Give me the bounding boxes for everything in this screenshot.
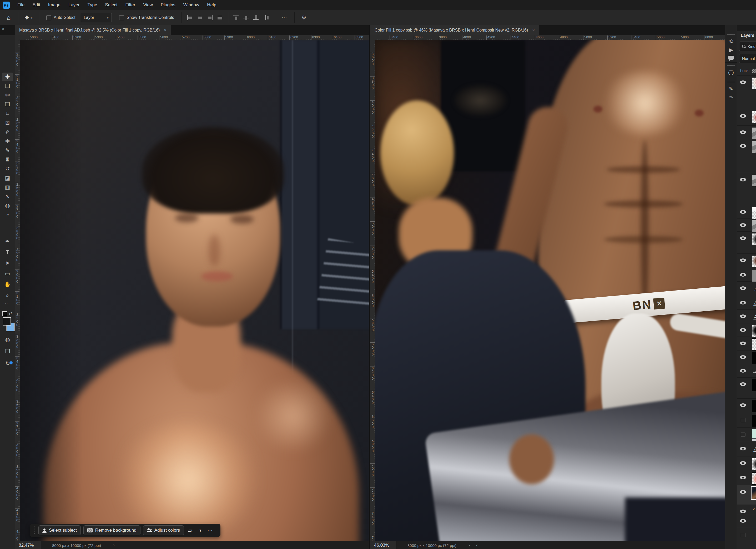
levels-adjustment-icon[interactable]: ◬	[753, 300, 756, 306]
edit-toolbar-icon[interactable]: ⋯	[3, 300, 8, 306]
menu-edit[interactable]: Edit	[28, 0, 44, 10]
layer-row[interactable]	[737, 364, 756, 377]
visibility-cell[interactable]	[737, 323, 749, 336]
layer-thumbnail[interactable]	[752, 207, 756, 219]
layer-row[interactable]: ☼	[737, 281, 756, 296]
auto-select-target-dropdown[interactable]: Layer ∨	[81, 13, 112, 22]
clone-stamp-tool-icon[interactable]: ♜	[2, 155, 13, 164]
visibility-cell[interactable]	[737, 442, 749, 456]
vertical-ruler-right[interactable]: 3 6 0 03 8 0 04 0 0 04 2 0 04 4 0 04 6 0…	[370, 40, 375, 541]
eye-visible-icon[interactable]	[740, 81, 746, 84]
brightness-adjustment-icon[interactable]: ☼	[753, 285, 756, 292]
eye-visible-icon[interactable]	[740, 403, 746, 407]
layer-thumbnail[interactable]	[752, 325, 756, 337]
distribute-horizontally-icon[interactable]	[216, 15, 223, 21]
group-expand-icon[interactable]: ∨	[752, 507, 755, 511]
levels-adjustment-icon[interactable]: ◬	[753, 446, 756, 452]
layer-row[interactable]	[737, 232, 756, 254]
align-bottom-edges-icon[interactable]	[253, 15, 260, 21]
status-chevron-left-icon[interactable]: ‹	[476, 543, 477, 548]
visibility-cell[interactable]	[737, 296, 749, 309]
eye-visible-icon[interactable]	[740, 273, 746, 276]
blur-tool-icon[interactable]: ◍	[2, 202, 13, 210]
drag-handle-icon[interactable]	[33, 526, 35, 535]
ruler-origin-right[interactable]	[370, 35, 375, 40]
eye-visible-icon[interactable]	[740, 519, 746, 523]
layer-row[interactable]: ◬	[737, 442, 756, 456]
menu-help[interactable]: Help	[203, 0, 220, 10]
spot-healing-brush-tool-icon[interactable]: ✚	[2, 137, 13, 145]
tool-presets-panel-icon[interactable]: ✑	[725, 94, 737, 101]
select-subject-button[interactable]: Select subject	[38, 525, 81, 535]
lock-transparency-icon[interactable]	[752, 69, 756, 73]
eye-visible-icon[interactable]	[740, 447, 746, 450]
more-options-icon[interactable]: ⋯	[206, 527, 214, 533]
layer-row[interactable]	[737, 268, 756, 281]
eye-visible-icon[interactable]	[740, 382, 746, 386]
menu-file[interactable]: File	[13, 0, 28, 10]
layer-thumbnail[interactable]	[752, 429, 756, 441]
brush-settings-panel-icon[interactable]: ✎	[725, 86, 737, 92]
blend-mode-dropdown[interactable]: Normal	[739, 54, 756, 63]
layer-row[interactable]: ∨	[737, 505, 756, 514]
info-panel-icon[interactable]: ⓘ	[725, 69, 737, 77]
visibility-cell[interactable]	[737, 232, 749, 254]
layer-row[interactable]	[737, 139, 756, 173]
eye-visible-icon[interactable]	[740, 259, 746, 262]
layer-row[interactable]	[737, 254, 756, 268]
tab-document-left[interactable]: Masaya x BRSB x Henri final ADJ.psb @ 82…	[15, 25, 171, 35]
layer-thumbnail[interactable]	[752, 487, 756, 499]
eye-visible-icon[interactable]	[740, 114, 746, 118]
layer-thumbnail[interactable]	[752, 175, 756, 187]
document-canvas-left[interactable]	[20, 40, 369, 541]
adjust-colors-button[interactable]: Adjust colors	[143, 525, 184, 535]
align-horizontal-centers-icon[interactable]	[196, 15, 203, 21]
layer-thumbnail[interactable]	[752, 220, 756, 232]
eye-visible-icon[interactable]	[740, 286, 746, 290]
visibility-cell[interactable]	[737, 471, 749, 485]
menu-image[interactable]: Image	[44, 0, 64, 10]
photoshop-logo-icon[interactable]: Ps	[3, 2, 10, 9]
screen-mode-icon[interactable]: ❐	[3, 348, 12, 354]
visibility-cell[interactable]	[737, 254, 749, 268]
eye-visible-icon[interactable]	[740, 210, 746, 214]
eye-visible-icon[interactable]	[740, 328, 746, 332]
actions-panel-icon[interactable]: ▶	[725, 47, 737, 53]
type-tool-icon[interactable]: T	[2, 248, 13, 257]
expand-toolbar-icon[interactable]: »	[2, 26, 4, 31]
eye-hidden-icon[interactable]	[741, 418, 745, 422]
visibility-cell[interactable]	[737, 109, 749, 125]
menu-layer[interactable]: Layer	[64, 0, 84, 10]
layer-row[interactable]: ◬	[737, 296, 756, 310]
document-canvas-right[interactable]: BN ✕	[375, 40, 731, 541]
close-icon[interactable]: ×	[532, 28, 535, 33]
layer-thumbnail[interactable]	[752, 127, 756, 139]
layer-row[interactable]	[737, 456, 756, 471]
eye-visible-icon[interactable]	[740, 144, 746, 148]
crop-tool-icon[interactable]: ⌗	[2, 109, 13, 118]
visibility-cell[interactable]	[737, 281, 749, 296]
layer-row[interactable]	[737, 76, 756, 109]
tab-document-right[interactable]: Color Fill 1 copy.psb @ 46% (Masaya x BR…	[370, 25, 539, 35]
layer-thumbnail[interactable]	[752, 338, 756, 350]
layer-row[interactable]	[737, 205, 756, 219]
layer-thumbnail[interactable]	[752, 400, 756, 412]
visibility-cell[interactable]	[737, 485, 749, 505]
visibility-cell[interactable]	[737, 456, 749, 471]
visibility-cell[interactable]	[737, 427, 749, 442]
close-icon[interactable]: ×	[164, 28, 167, 33]
layer-filter-field[interactable]: Kind	[739, 42, 756, 51]
chevron-down-icon[interactable]: ∨	[31, 16, 33, 19]
layer-row[interactable]	[737, 219, 756, 232]
transform-icon[interactable]: ▱	[187, 527, 194, 533]
dock-drag-handle[interactable]	[727, 34, 735, 36]
visibility-cell[interactable]	[737, 377, 749, 398]
move-tool-icon[interactable]: ✥	[25, 14, 29, 21]
ruler-origin-left[interactable]	[15, 35, 20, 40]
layer-row[interactable]	[737, 399, 756, 413]
menu-plugins[interactable]: Plugins	[157, 0, 179, 10]
home-icon[interactable]: ⌂	[7, 14, 11, 21]
default-colors-icon[interactable]	[2, 311, 7, 316]
align-vertical-centers-icon[interactable]	[243, 15, 250, 21]
eye-visible-icon[interactable]	[740, 510, 746, 513]
